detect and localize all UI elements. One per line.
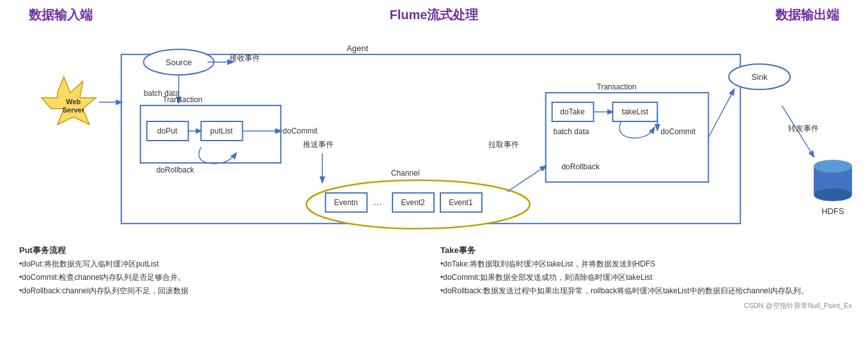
- dots-label: ...: [373, 196, 382, 207]
- bottom-section: Put事务流程 •doPut:将批数据先写入临时缓冲区putList •doCo…: [10, 245, 858, 298]
- hdfs-label: HDFS: [821, 206, 844, 216]
- transaction-left-label: Transaction: [163, 95, 203, 104]
- take-item2: •doCommit:如果数据全部发送成功，则清除临时缓冲区takeList: [440, 272, 849, 283]
- right-header: 数据输出端: [756, 6, 858, 24]
- event1-label: Event1: [449, 198, 473, 207]
- docommit-right-label: doCommit: [660, 127, 695, 136]
- pull-event-label: 拉取事件: [488, 140, 519, 149]
- bottom-right: Take事务 •doTake:将数据取到临时缓冲区takeList，并将数据发送…: [440, 245, 849, 298]
- takelist-label: takeList: [622, 107, 649, 116]
- bottom-left: Put事务流程 •doPut:将批数据先写入临时缓冲区putList •doCo…: [19, 245, 428, 298]
- take-title: Take事务: [440, 245, 849, 256]
- take-item3: •doRollback:数据发送过程中如果出现异常，rollback将临时缓冲区…: [440, 286, 849, 297]
- middle-header: Flume流式处理: [112, 6, 756, 24]
- dotake-label: doTake: [560, 107, 585, 116]
- agent-label: Agent: [346, 43, 368, 53]
- svg-line-21: [708, 89, 734, 137]
- headers-row: 数据输入端 Flume流式处理 数据输出端: [10, 6, 858, 29]
- eventn-label: Eventn: [334, 198, 358, 207]
- receive-event-label: 接收事件: [229, 54, 260, 63]
- event2-label: Event2: [401, 198, 425, 207]
- docommit-left-label: doCommit: [283, 127, 318, 135]
- svg-point-25: [814, 160, 852, 173]
- footer: CSDN @空指针异常Null_Point_Ex: [10, 301, 858, 311]
- header-middle: Flume流式处理: [112, 6, 756, 29]
- diagram-svg: Web Server Agent Source 接收事件 batch data …: [10, 29, 858, 233]
- source-label: Source: [166, 58, 192, 67]
- doput-label: doPut: [157, 127, 178, 135]
- web-server-label1: Web: [66, 98, 81, 105]
- sink-label: Sink: [752, 72, 768, 82]
- transaction-right-label: Transaction: [597, 82, 637, 91]
- put-item2: •doCommit:检查channel内存队列是否足够合并。: [19, 272, 428, 283]
- channel-label: Channel: [391, 169, 420, 178]
- header-left: 数据输入端: [10, 6, 112, 29]
- putlist-label: putList: [210, 127, 233, 135]
- put-title: Put事务流程: [19, 245, 428, 256]
- main-container: 数据输入端 Flume流式处理 数据输出端 Web Server Agent S…: [0, 0, 868, 317]
- svg-point-26: [814, 189, 852, 201]
- web-server-label2: Server: [63, 106, 85, 114]
- svg-line-15: [508, 166, 546, 192]
- left-header: 数据输入端: [10, 6, 112, 24]
- take-item1: •doTake:将数据取到临时缓冲区takeList，并将数据发送到HDFS: [440, 259, 849, 270]
- push-event-label: 推送事件: [303, 140, 334, 149]
- put-item1: •doPut:将批数据先写入临时缓冲区putList: [19, 259, 428, 270]
- batch-data-right-label: batch data: [554, 127, 589, 136]
- dorollback-left-label: doRollback: [157, 166, 194, 174]
- put-item3: •doRollback:channel内存队列空间不足，回滚数据: [19, 286, 428, 297]
- dorollback-right-label: doRollback: [562, 162, 600, 171]
- header-right: 数据输出端: [756, 6, 858, 29]
- forward-event-label: 转发事件: [788, 124, 819, 133]
